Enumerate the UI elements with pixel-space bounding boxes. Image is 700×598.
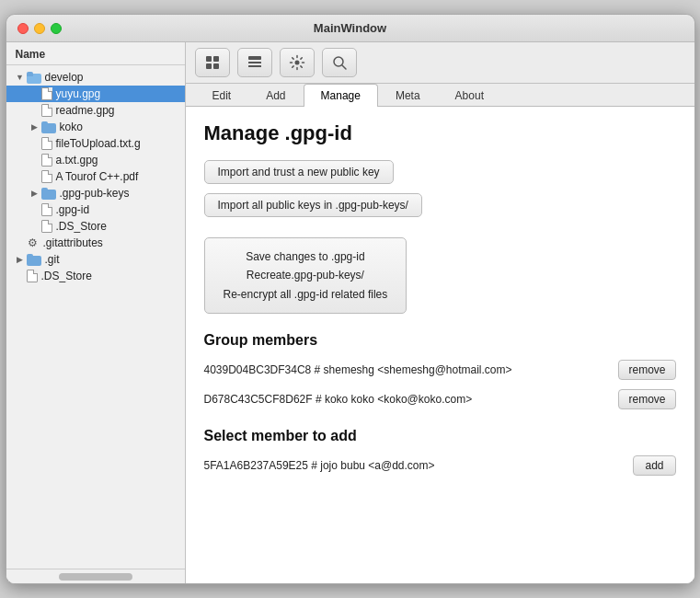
sidebar-item-koko[interactable]: ▶ koko: [6, 119, 185, 135]
chevron-right-icon: ▶: [30, 122, 40, 132]
sidebar-item-label: koko: [60, 121, 83, 133]
member-row: D678C43C5CF8D62F # koko koko <koko@koko.…: [204, 389, 676, 409]
toolbar: [186, 42, 694, 84]
grid-view-button[interactable]: [195, 48, 230, 77]
main-content: Name ▼ develop yuyu.gpg: [6, 42, 694, 583]
import-key-button[interactable]: Import and trust a new public key: [204, 160, 394, 184]
tab-bar: Edit Add Manage Meta About: [186, 84, 694, 107]
table-view-button[interactable]: [237, 48, 272, 77]
folder-icon: [41, 121, 56, 133]
sidebar-item-dsstore2[interactable]: .DS_Store: [6, 268, 185, 284]
file-icon: [27, 270, 38, 282]
sidebar-header: Name: [6, 42, 185, 65]
search-button[interactable]: [322, 48, 357, 77]
sidebar-item-gitattributes[interactable]: ⚙ .gitattributes: [6, 235, 185, 251]
sidebar-item-label: .git: [45, 253, 60, 266]
save-changes-button[interactable]: Save changes to .gpg-id Recreate.gpg-pub…: [204, 237, 407, 314]
sidebar-item-fileToUpload[interactable]: fileToUpload.txt.g: [6, 135, 185, 152]
main-window: MainWindow Name ▼ develop yuyu.gpg: [6, 14, 695, 584]
sidebar-item-yuyu[interactable]: yuyu.gpg: [6, 86, 185, 102]
save-line1: Save changes to .gpg-id: [246, 250, 364, 263]
svg-rect-0: [206, 56, 212, 62]
sidebar-item-atxt[interactable]: a.txt.gpg: [6, 152, 185, 168]
file-icon: [41, 154, 52, 167]
right-panel: Edit Add Manage Meta About Manage .gpg-i…: [186, 42, 694, 583]
sidebar-item-label: fileToUpload.txt.g: [56, 137, 141, 150]
tab-edit[interactable]: Edit: [195, 84, 249, 107]
sidebar-item-dsstore1[interactable]: .DS_Store: [6, 218, 185, 235]
gear-icon: ⚙: [27, 236, 40, 249]
sidebar-item-label: a.txt.gpg: [56, 154, 98, 167]
svg-line-9: [342, 65, 346, 69]
svg-rect-4: [248, 56, 261, 60]
chevron-down-icon: ▼: [16, 73, 25, 82]
tab-add[interactable]: Add: [248, 84, 303, 107]
sidebar-item-readme[interactable]: readme.gpg: [6, 102, 185, 119]
folder-icon: [27, 254, 41, 266]
svg-rect-1: [213, 56, 219, 62]
sidebar-item-label: develop: [45, 71, 84, 84]
member-text: D678C43C5CF8D62F # koko koko <koko@koko.…: [204, 393, 608, 406]
svg-rect-2: [206, 63, 212, 69]
sidebar-scrollbar-area: [6, 569, 185, 583]
tab-about[interactable]: About: [438, 84, 501, 107]
import-all-keys-button[interactable]: Import all public keys in .gpg-pub-keys/: [204, 193, 422, 217]
page-title: Manage .gpg-id: [204, 121, 676, 145]
file-icon: [41, 220, 52, 233]
file-icon: [41, 170, 52, 183]
chevron-right-icon: ▶: [30, 189, 40, 198]
remove-member-button[interactable]: remove: [618, 389, 675, 409]
sidebar-item-gpgid[interactable]: .gpg-id: [6, 201, 185, 218]
sidebar-item-label: .gpg-pub-keys: [60, 187, 130, 200]
svg-rect-3: [213, 63, 219, 69]
select-member-title: Select member to add: [204, 428, 676, 444]
save-line2: Recreate.gpg-pub-keys/: [247, 269, 364, 282]
save-line3: Re-encrypt all .gpg-id related files: [224, 288, 388, 301]
folder-open-icon: [27, 72, 41, 84]
file-icon: [41, 137, 52, 150]
sidebar-scrollbar[interactable]: [59, 573, 132, 581]
file-icon: [41, 104, 52, 117]
titlebar: MainWindow: [6, 15, 694, 42]
tab-meta[interactable]: Meta: [378, 84, 438, 107]
sidebar-item-label: yuyu.gpg: [56, 87, 101, 100]
add-member-button[interactable]: add: [633, 455, 675, 476]
sidebar-item-tourof[interactable]: A Tourof C++.pdf: [6, 168, 185, 185]
sidebar-item-label: .gpg-id: [56, 203, 90, 216]
candidate-text: 5FA1A6B237A59E25 # jojo bubu <a@dd.com>: [204, 459, 623, 472]
maximize-button[interactable]: [51, 23, 62, 34]
file-icon: [41, 203, 52, 216]
sidebar-item-label: A Tourof C++.pdf: [56, 170, 139, 183]
file-icon: [41, 87, 52, 100]
sidebar-item-label: .gitattributes: [43, 236, 103, 249]
traffic-lights: [17, 23, 62, 34]
sidebar-item-gpgpubkeys[interactable]: ▶ .gpg-pub-keys: [6, 185, 185, 201]
sidebar-item-label: .DS_Store: [41, 270, 92, 282]
member-row: 4039D04BC3DF34C8 # shemeshg <shemeshg@ho…: [204, 360, 676, 380]
sidebar-tree[interactable]: ▼ develop yuyu.gpg readme.gpg: [6, 65, 185, 569]
sidebar-item-label: .DS_Store: [56, 220, 107, 233]
group-members-title: Group members: [204, 332, 676, 349]
remove-member-button[interactable]: remove: [618, 360, 675, 380]
candidate-row: 5FA1A6B237A59E25 # jojo bubu <a@dd.com> …: [204, 455, 676, 476]
chevron-right-icon: ▶: [16, 255, 25, 264]
member-text: 4039D04BC3DF34C8 # shemeshg <shemeshg@ho…: [204, 363, 608, 376]
sidebar-item-label: readme.gpg: [56, 104, 115, 117]
svg-rect-6: [248, 65, 261, 67]
minimize-button[interactable]: [34, 23, 45, 34]
panel-body: Manage .gpg-id Import and trust a new pu…: [186, 107, 694, 583]
svg-point-7: [294, 61, 299, 65]
folder-icon: [41, 188, 56, 200]
sidebar-item-develop[interactable]: ▼ develop: [6, 69, 185, 86]
settings-button[interactable]: [280, 48, 315, 77]
window-title: MainWindow: [314, 21, 386, 35]
sidebar-item-git[interactable]: ▶ .git: [6, 251, 185, 268]
svg-rect-5: [248, 62, 261, 63]
tab-manage[interactable]: Manage: [304, 84, 378, 107]
sidebar: Name ▼ develop yuyu.gpg: [6, 42, 186, 583]
close-button[interactable]: [17, 23, 29, 34]
